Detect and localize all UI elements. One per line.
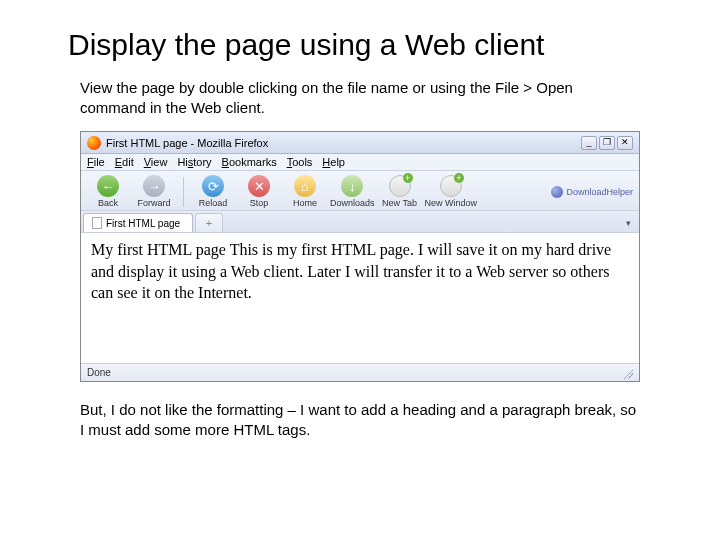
home-icon: ⌂ xyxy=(294,175,316,197)
download-helper-icon xyxy=(551,186,563,198)
download-helper[interactable]: DownloadHelper xyxy=(551,186,633,198)
tab-strip: First HTML page + ▾ xyxy=(81,211,639,233)
firefox-icon xyxy=(87,136,101,150)
window-title: First HTML page - Mozilla Firefox xyxy=(106,137,268,149)
downloads-icon: ↓ xyxy=(341,175,363,197)
menu-file[interactable]: File xyxy=(87,156,105,168)
toolbar: ← Back → Forward ⟳ Reload ✕ Stop ⌂ Home … xyxy=(81,171,639,211)
intro-paragraph: View the page by double clicking on the … xyxy=(0,74,720,131)
reload-label: Reload xyxy=(199,198,228,208)
menu-bookmarks[interactable]: Bookmarks xyxy=(222,156,277,168)
outro-paragraph: But, I do not like the formatting – I wa… xyxy=(0,396,720,453)
minimize-button[interactable]: _ xyxy=(581,136,597,150)
tab-list-button[interactable]: ▾ xyxy=(619,213,637,232)
close-button[interactable]: ✕ xyxy=(617,136,633,150)
open-new-tab-button[interactable]: + xyxy=(195,213,223,232)
new-window-button[interactable]: + New Window xyxy=(425,175,478,208)
tab-label: First HTML page xyxy=(106,218,180,229)
forward-icon: → xyxy=(143,175,165,197)
page-content: My first HTML page This is my first HTML… xyxy=(81,233,639,363)
maximize-button[interactable]: ❐ xyxy=(599,136,615,150)
stop-label: Stop xyxy=(250,198,269,208)
downloads-button[interactable]: ↓ Downloads xyxy=(330,175,375,208)
menu-history[interactable]: History xyxy=(177,156,211,168)
menu-edit[interactable]: Edit xyxy=(115,156,134,168)
home-button[interactable]: ⌂ Home xyxy=(284,175,326,208)
menu-view[interactable]: View xyxy=(144,156,168,168)
browser-screenshot: First HTML page - Mozilla Firefox _ ❐ ✕ … xyxy=(80,131,640,382)
reload-icon: ⟳ xyxy=(202,175,224,197)
new-tab-icon: + xyxy=(389,175,411,197)
menu-help[interactable]: Help xyxy=(322,156,345,168)
new-tab-button[interactable]: + New Tab xyxy=(379,175,421,208)
page-icon xyxy=(92,217,102,229)
home-label: Home xyxy=(293,198,317,208)
new-window-icon: + xyxy=(440,175,462,197)
downloads-label: Downloads xyxy=(330,198,375,208)
new-tab-label: New Tab xyxy=(382,198,417,208)
stop-icon: ✕ xyxy=(248,175,270,197)
window-titlebar: First HTML page - Mozilla Firefox _ ❐ ✕ xyxy=(81,132,639,154)
back-label: Back xyxy=(98,198,118,208)
window-controls: _ ❐ ✕ xyxy=(581,136,633,150)
status-bar: Done xyxy=(81,363,639,381)
slide-title: Display the page using a Web client xyxy=(0,0,720,74)
back-button[interactable]: ← Back xyxy=(87,175,129,208)
resize-grip-icon xyxy=(621,367,633,379)
toolbar-separator xyxy=(183,177,184,207)
new-window-label: New Window xyxy=(425,198,478,208)
forward-label: Forward xyxy=(137,198,170,208)
menu-tools[interactable]: Tools xyxy=(287,156,313,168)
forward-button[interactable]: → Forward xyxy=(133,175,175,208)
tab-active[interactable]: First HTML page xyxy=(83,213,193,232)
menu-bar: File Edit View History Bookmarks Tools H… xyxy=(81,154,639,171)
status-text: Done xyxy=(87,367,111,378)
reload-button[interactable]: ⟳ Reload xyxy=(192,175,234,208)
back-icon: ← xyxy=(97,175,119,197)
stop-button[interactable]: ✕ Stop xyxy=(238,175,280,208)
download-helper-label: DownloadHelper xyxy=(566,187,633,197)
